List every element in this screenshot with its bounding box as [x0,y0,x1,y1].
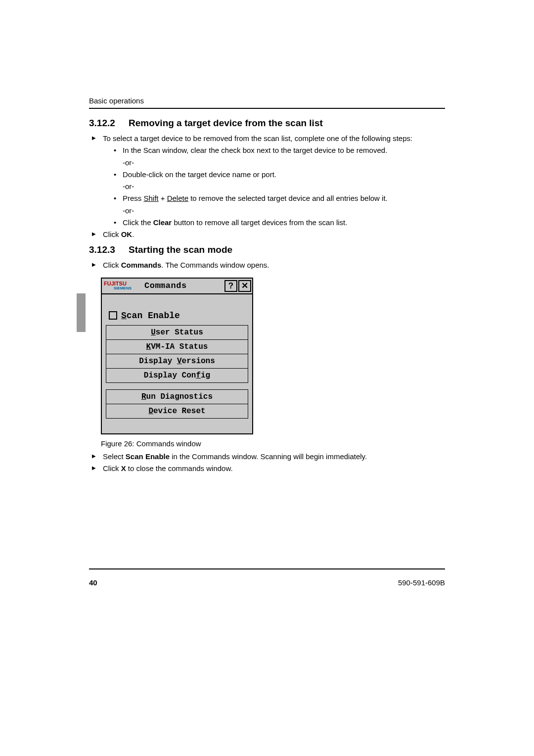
run-diag-text: un Diagnostics [146,392,213,401]
sub-item: •Press Shift + Delete to remove the sele… [103,193,445,203]
sub-list: •Click the Clear button to remove all ta… [103,218,445,228]
kvm-accel: K [146,342,151,351]
sub-text-b: + [159,194,167,202]
run-diagnostics-row[interactable]: Run Diagnostics [106,389,248,404]
ok-label: OK [121,230,133,238]
commands-window: FUJITSU SIEMENS Commands ? ✕ Scan Enable… [101,278,253,434]
bullet-dot: • [114,145,116,155]
step-text-b: to close the commands window. [126,464,233,472]
step-item: Select Scan Enable in the Commands windo… [89,452,445,462]
disp-ver-b: ersions [182,357,215,366]
sub-text-a: Click the [123,218,153,227]
user-status-row[interactable]: User Status [106,325,248,340]
dev-reset-accel: D [148,407,153,416]
step-text-a: Click [103,261,121,269]
side-tab-marker [77,293,86,332]
key-delete: Delete [167,194,188,202]
step-list-3-12-3-b: Select Scan Enable in the Commands windo… [89,452,445,474]
kvm-ia-status-row[interactable]: KVM-IA Status [106,339,248,354]
step-text-b: in the Commands window. Scanning will be… [170,452,367,461]
logo-siemens: SIEMENS [104,286,144,290]
disp-cfg-a: Display Con [144,371,196,380]
step-item: Click OK. [89,230,445,239]
step-text-b: . [132,230,134,238]
figure-commands-window: FUJITSU SIEMENS Commands ? ✕ Scan Enable… [101,278,445,434]
scan-enable-row[interactable]: Scan Enable [106,309,248,326]
device-reset-row[interactable]: Device Reset [106,404,248,419]
group-gap [106,383,248,390]
run-diag-accel: R [141,392,146,401]
x-label: X [121,464,126,472]
key-shift: Shift [144,194,159,202]
step-text-b: . The Commands window opens. [161,261,269,269]
sub-item: •Double-click on the target device name … [103,170,445,180]
user-status-text: ser Status [156,328,203,337]
bullet-dot: • [114,218,116,228]
document-page: Basic operations 3.12.2Removing a target… [0,0,534,756]
sub-list: •In the Scan window, clear the check box… [103,145,445,155]
sub-text: In the Scan window, clear the check box … [123,146,387,154]
disp-cfg-b: ig [201,371,210,380]
heading-title: Starting the scan mode [129,244,232,255]
clear-button-label: Clear [153,218,172,227]
step-text: To select a target device to be removed … [103,134,412,142]
sub-text-a: Press [123,194,144,202]
footer-rule [89,568,445,569]
disp-ver-a: Display [139,357,177,366]
step-text-a: Click [103,464,121,472]
spacer [106,298,248,309]
heading-number: 3.12.2 [89,118,129,129]
bullet-dot: • [114,193,116,203]
display-config-row[interactable]: Display Config [106,368,248,383]
help-button[interactable]: ? [224,280,237,292]
step-text-a: Click [103,230,121,238]
step-item: Click X to close the commands window. [89,464,445,473]
heading-3-12-2: 3.12.2Removing a target device from the … [89,118,445,129]
disp-cfg-accel: f [196,371,201,380]
commands-label: Commands [121,261,162,269]
figure-caption: Figure 26: Commands window [101,439,445,448]
kvm-text: VM-IA Status [151,342,208,351]
display-versions-row[interactable]: Display Versions [106,354,248,369]
or-separator: -or- [123,182,445,191]
step-list-3-12-3-a: Click Commands. The Commands window open… [89,260,445,270]
heading-number: 3.12.3 [89,244,129,255]
commands-titlebar: FUJITSU SIEMENS Commands ? ✕ [102,279,252,294]
sub-item: •In the Scan window, clear the check box… [103,145,445,155]
scan-enable-accel: S [121,311,127,321]
header-rule [89,108,445,109]
commands-title: Commands [144,281,224,290]
spacer [106,419,248,429]
scan-enable-label: Scan Enable [126,452,170,461]
commands-body: Scan Enable User Status KVM-IA Status Di… [102,294,252,433]
fujitsu-siemens-logo: FUJITSU SIEMENS [102,279,144,293]
running-header: Basic operations [89,96,445,105]
sub-item: •Click the Clear button to remove all ta… [103,218,445,228]
or-separator: -or- [123,206,445,216]
dev-reset-text: evice Reset [153,407,206,416]
sub-text-b: button to remove all target devices from… [172,218,347,227]
sub-text-c: to remove the selected target device and… [188,194,388,202]
bullet-dot: • [114,170,116,180]
page-number: 40 [89,578,97,587]
or-separator: -or- [123,158,445,168]
step-text-a: Select [103,452,126,461]
user-status-accel: U [151,328,156,337]
page-footer: 40 590-591-609B [89,578,445,587]
sub-text: Double-click on the target device name o… [123,170,276,179]
close-button[interactable]: ✕ [238,280,251,292]
step-item: Click Commands. The Commands window open… [89,260,445,270]
heading-3-12-3: 3.12.3Starting the scan mode [89,244,445,255]
disp-ver-accel: V [177,357,182,366]
sub-list: •Press Shift + Delete to remove the sele… [103,193,445,203]
doc-number: 590-591-609B [398,578,445,587]
scan-enable-text: can Enable [127,311,180,321]
heading-title: Removing a target device from the scan l… [129,118,323,128]
step-list-3-12-2: To select a target device to be removed … [89,134,445,239]
scan-enable-checkbox[interactable] [109,311,117,320]
step-item: To select a target device to be removed … [89,134,445,228]
sub-list: •Double-click on the target device name … [103,170,445,180]
